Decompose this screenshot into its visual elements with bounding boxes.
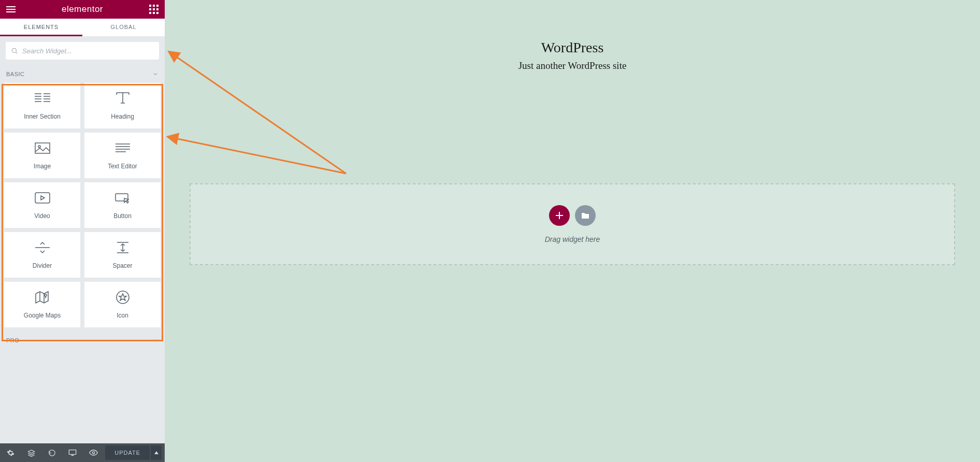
plus-icon bbox=[556, 212, 563, 219]
widget-icon[interactable]: Icon bbox=[84, 282, 161, 327]
svg-marker-32 bbox=[119, 294, 126, 300]
search-icon bbox=[11, 47, 18, 54]
button-icon bbox=[115, 191, 131, 205]
svg-line-42 bbox=[175, 56, 346, 174]
chevron-down-icon bbox=[152, 71, 158, 77]
site-tagline: Just another WordPress site bbox=[165, 60, 980, 71]
tab-global[interactable]: GLOBAL bbox=[82, 19, 165, 36]
drop-hint: Drag widget here bbox=[545, 235, 600, 243]
search-box bbox=[6, 42, 159, 60]
drop-area[interactable]: Drag widget here bbox=[190, 183, 955, 265]
caret-up-icon bbox=[154, 451, 158, 454]
add-section-button[interactable] bbox=[549, 205, 570, 226]
bottom-toolbar: UPDATE bbox=[0, 443, 165, 462]
apps-icon[interactable] bbox=[149, 5, 158, 14]
svg-rect-15 bbox=[35, 143, 50, 153]
update-options-button[interactable] bbox=[150, 445, 162, 460]
editor-canvas: WordPress Just another WordPress site Dr… bbox=[165, 0, 980, 462]
svg-point-30 bbox=[45, 294, 47, 296]
widget-inner-section[interactable]: Inner Section bbox=[4, 83, 80, 128]
svg-rect-34 bbox=[69, 450, 76, 455]
svg-marker-38 bbox=[154, 451, 158, 454]
svg-line-1 bbox=[16, 52, 18, 54]
spacer-icon bbox=[116, 240, 129, 255]
responsive-icon[interactable] bbox=[62, 443, 83, 462]
widget-label: Text Editor bbox=[108, 163, 137, 170]
map-icon bbox=[35, 290, 50, 305]
settings-icon[interactable] bbox=[0, 443, 21, 462]
widget-label: Image bbox=[34, 163, 51, 170]
preview-icon[interactable] bbox=[83, 443, 104, 462]
widget-spacer[interactable]: Spacer bbox=[84, 232, 161, 278]
widget-button[interactable]: Button bbox=[84, 182, 161, 228]
svg-point-37 bbox=[92, 452, 94, 454]
text-lines-icon bbox=[116, 141, 130, 155]
video-icon bbox=[35, 191, 50, 205]
sidebar-header: elementor bbox=[0, 0, 165, 19]
folder-icon bbox=[581, 212, 589, 219]
svg-point-16 bbox=[38, 146, 40, 148]
image-icon bbox=[35, 141, 50, 155]
category-basic[interactable]: BASIC bbox=[0, 65, 165, 83]
svg-line-43 bbox=[175, 138, 346, 174]
widget-google-maps[interactable]: Google Maps bbox=[4, 282, 80, 327]
widget-divider[interactable]: Divider bbox=[4, 232, 80, 278]
widget-text-editor[interactable]: Text Editor bbox=[84, 133, 161, 178]
sidebar-tabs: ELEMENTS GLOBAL bbox=[0, 19, 165, 36]
widget-heading[interactable]: Heading bbox=[84, 83, 161, 128]
tab-elements[interactable]: ELEMENTS bbox=[0, 19, 82, 36]
widget-label: Divider bbox=[33, 262, 52, 269]
category-pro[interactable]: PRO bbox=[0, 331, 165, 349]
widget-label: Button bbox=[113, 212, 132, 220]
svg-marker-22 bbox=[41, 196, 45, 200]
search-input[interactable] bbox=[22, 47, 154, 55]
widget-label: Heading bbox=[111, 113, 134, 120]
widget-label: Video bbox=[34, 212, 50, 220]
star-icon bbox=[116, 290, 129, 305]
add-template-button[interactable] bbox=[575, 205, 596, 226]
widget-video[interactable]: Video bbox=[4, 182, 80, 228]
svg-point-0 bbox=[12, 48, 16, 52]
svg-rect-21 bbox=[35, 193, 50, 203]
site-title: WordPress bbox=[165, 39, 980, 56]
chevron-down-icon bbox=[152, 337, 158, 343]
site-header: WordPress Just another WordPress site bbox=[165, 0, 980, 71]
drop-buttons bbox=[549, 205, 596, 226]
widget-label: Inner Section bbox=[24, 113, 61, 120]
widget-label: Icon bbox=[117, 312, 128, 319]
svg-marker-33 bbox=[28, 450, 35, 453]
navigator-icon[interactable] bbox=[21, 443, 41, 462]
category-label: BASIC bbox=[6, 71, 25, 77]
columns-icon bbox=[35, 91, 50, 106]
update-button[interactable]: UPDATE bbox=[105, 445, 150, 460]
widget-label: Google Maps bbox=[24, 312, 61, 319]
widget-image[interactable]: Image bbox=[4, 133, 80, 178]
editor-sidebar: elementor ELEMENTS GLOBAL BASIC Inner Se… bbox=[0, 0, 165, 462]
history-icon[interactable] bbox=[41, 443, 62, 462]
widget-label: Spacer bbox=[112, 262, 132, 269]
category-label: PRO bbox=[6, 337, 19, 343]
divider-icon bbox=[35, 240, 50, 255]
search-container bbox=[0, 36, 165, 65]
widgets-grid: Inner Section Heading Image Text Editor … bbox=[0, 83, 165, 331]
heading-icon bbox=[116, 91, 130, 106]
brand-label: elementor bbox=[62, 4, 103, 15]
menu-icon[interactable] bbox=[6, 6, 16, 12]
